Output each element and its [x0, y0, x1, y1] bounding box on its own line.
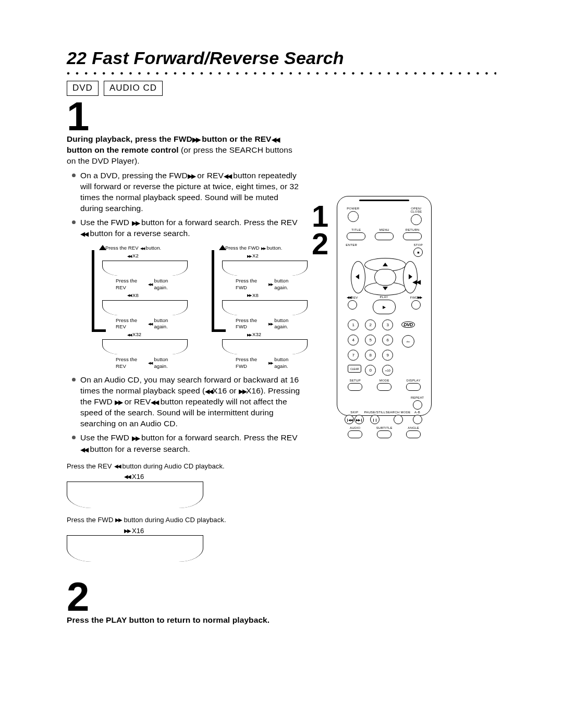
num-3-button[interactable]: 3 [382, 319, 393, 330]
cd-screen [67, 482, 203, 508]
dpad-left-button[interactable] [351, 261, 365, 293]
stop-label: STOP [414, 243, 423, 246]
fwd-icon [247, 293, 251, 298]
menu-button[interactable] [375, 232, 394, 240]
dpad [353, 259, 415, 294]
fwd-icon [261, 246, 265, 251]
fwd-icon [268, 361, 273, 366]
rev-icon [151, 398, 158, 406]
play-icon [383, 305, 386, 310]
fwd-icon [192, 135, 200, 144]
bullet-icon [72, 436, 76, 439]
subtitle-button[interactable] [377, 430, 391, 438]
display-label: DISPLAY [407, 379, 421, 382]
num-2-button[interactable]: 2 [365, 319, 376, 330]
cd-rev-caption: Press the REV button during Audio CD pla… [67, 462, 301, 471]
fwd-label: FWD [410, 295, 422, 299]
num-8-button[interactable]: 8 [365, 350, 376, 361]
rev-icon [80, 446, 88, 454]
step-1-body: During playback, press the FWD button or… [67, 133, 301, 562]
audio-button[interactable] [348, 430, 362, 438]
enter-button[interactable] [374, 269, 396, 286]
subtitle-label: SUBTITLE [376, 426, 393, 429]
compact-disc-logo-icon: disc [402, 335, 414, 348]
cd-fwd-caption: Press the FWD button during Audio CD pla… [67, 515, 301, 525]
stop-icon [417, 251, 419, 254]
stop-button[interactable] [413, 248, 423, 257]
title-label: TITLE [351, 228, 361, 231]
play-label: PLAY [380, 295, 388, 299]
fwd-icon [132, 434, 139, 442]
num-6-button[interactable]: 6 [382, 335, 393, 346]
fwd-icon [418, 295, 422, 299]
dpad-right-button[interactable] [403, 261, 418, 293]
mode-label: MODE [380, 379, 389, 382]
rev-icon [148, 361, 152, 366]
num-1-button[interactable]: 1 [348, 319, 359, 330]
num-4-button[interactable]: 4 [348, 335, 359, 346]
angle-button[interactable] [406, 430, 421, 438]
rev-icon [127, 254, 131, 259]
angle-label: ANGLE [408, 426, 419, 429]
bullet-icon [72, 378, 76, 381]
plus10-button[interactable]: +10 [382, 365, 393, 376]
num-0-button[interactable]: 0 [365, 365, 376, 376]
bullet-icon [72, 220, 76, 224]
skip-prev-icon [346, 418, 352, 422]
rev-icon [127, 332, 131, 338]
display-button[interactable] [406, 383, 421, 391]
fwd-icon [124, 527, 130, 535]
open-close-button[interactable] [411, 214, 422, 225]
repeat-label: REPEAT [411, 396, 424, 399]
power-label: POWER [347, 207, 359, 210]
num-7-button[interactable]: 7 [348, 350, 359, 361]
dvd-speed-figure: Press the REV button. X2 Press the REV b… [77, 243, 301, 371]
return-label: RETURN [406, 228, 420, 231]
ab-label: A-B [414, 411, 420, 414]
rev-icon [205, 387, 212, 396]
enter-label: ENTER [346, 243, 357, 246]
skip-prev-button[interactable] [345, 415, 354, 424]
fwd-icon [115, 516, 121, 524]
fwd-button[interactable] [411, 300, 421, 310]
fwd-icon [247, 332, 251, 338]
play-button[interactable] [373, 300, 396, 314]
divider-dots: • • • • • • • • • • • • • • • • • • • • … [67, 71, 496, 77]
fwd-icon [132, 219, 139, 227]
open-close-label: OPEN/ CLOSE [410, 207, 422, 213]
page-title-text: Fast Forward/Reverse Search [92, 48, 344, 68]
mode-button[interactable] [377, 383, 391, 391]
step-2-number: 2 [67, 579, 506, 614]
rev-icon [272, 135, 279, 144]
rev-icon [224, 172, 231, 180]
num-9-button[interactable]: 9 [382, 350, 393, 361]
pause-label: PAUSE/STILL [364, 411, 386, 414]
rev-icon [124, 473, 130, 480]
setup-button[interactable] [348, 383, 362, 391]
fwd-icon [268, 322, 273, 327]
repeat-button[interactable] [413, 400, 422, 410]
skip-label: SKIP [350, 411, 358, 414]
remote-callout: 1 2 POWER OPEN/ CLOSE TITLE MENU RETURN … [312, 196, 432, 416]
rev-button[interactable] [348, 300, 357, 310]
rev-icon [80, 230, 88, 238]
callout-1: 1 [312, 202, 328, 230]
rev-icon [127, 293, 131, 298]
pause-button[interactable] [370, 415, 380, 424]
title-button[interactable] [347, 232, 365, 240]
step-2-body: Press the PLAY button to return to norma… [67, 614, 301, 625]
power-button[interactable] [348, 211, 359, 222]
setup-label: SETUP [350, 379, 361, 382]
return-button[interactable] [403, 232, 422, 240]
bullet-icon [72, 174, 76, 177]
fwd-icon [115, 398, 122, 406]
clear-button[interactable]: CLEAR [348, 365, 361, 373]
ab-button[interactable] [413, 415, 422, 424]
number-pad: 1 2 3 4 5 6 7 8 9 CLEAR 0 +10 [348, 319, 392, 376]
num-5-button[interactable]: 5 [365, 335, 376, 346]
remote-diagram: POWER OPEN/ CLOSE TITLE MENU RETURN ENTE… [337, 196, 432, 416]
skip-next-button[interactable] [354, 415, 364, 424]
fwd-icon [268, 282, 273, 287]
rev-icon [148, 282, 152, 287]
search-mode-button[interactable] [394, 415, 403, 424]
